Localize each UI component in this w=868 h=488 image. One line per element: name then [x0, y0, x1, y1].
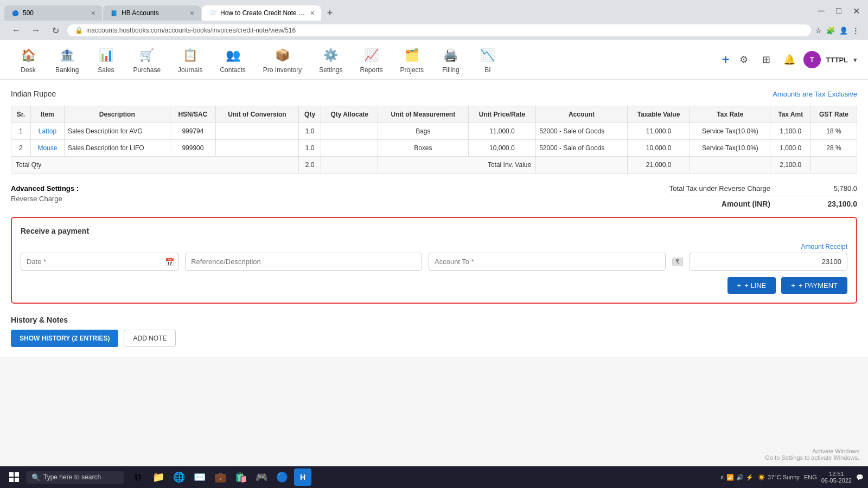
menu-icon[interactable]: ⋮: [852, 27, 859, 35]
nav-label-reports: Reports: [360, 66, 383, 74]
nav-item-pro-inventory[interactable]: 📦 Pro Inventory: [256, 43, 309, 76]
back-button[interactable]: ←: [9, 23, 24, 38]
col-unit-measurement: Unit of Measurement: [378, 106, 469, 123]
col-qty-allocate: Qty Allocate: [321, 106, 378, 123]
total-taxable-value: 21,000.0: [627, 157, 690, 174]
row2-hsn: 999900: [170, 140, 216, 157]
grid-button[interactable]: ⊞: [758, 51, 775, 68]
tab-title-3: How to Create Credit Note - Go...: [220, 9, 307, 17]
advanced-totals: Advanced Settings : Reverse Charge Total…: [11, 180, 857, 217]
bell-button[interactable]: 🔔: [781, 51, 798, 68]
row1-taxable-value: 11,000.0: [627, 123, 690, 140]
forward-button[interactable]: →: [28, 23, 43, 38]
row1-gst-rate: 18 %: [811, 123, 857, 140]
reports-icon: 📈: [362, 46, 381, 65]
col-taxable-value: Taxable Value: [627, 106, 690, 123]
company-dropdown-icon[interactable]: ▾: [853, 56, 857, 64]
amount-inr-value: 23,100.0: [814, 200, 857, 208]
main-content: Indian Rupee Amounts are Tax Exclusive S…: [0, 80, 868, 357]
settings-icon: ⚙️: [321, 46, 341, 65]
add-line-label: + LINE: [744, 281, 766, 290]
amount-field-wrapper: [690, 253, 847, 271]
history-notes: History & Notes SHOW HISTORY (2 ENTRIES)…: [11, 312, 857, 350]
minimize-button[interactable]: ─: [814, 3, 829, 18]
row1-unit-conversion: [216, 123, 298, 140]
total-inv-label: Total Inv. Value: [378, 157, 536, 174]
row2-unit-price: 10,000.0: [468, 140, 536, 157]
nav-item-reports[interactable]: 📈 Reports: [353, 43, 391, 76]
new-tab-button[interactable]: +: [322, 5, 337, 21]
account-field-wrapper: [429, 253, 666, 271]
nav-item-sales[interactable]: 📊 Sales: [88, 43, 123, 76]
company-name[interactable]: TTTPL: [826, 56, 848, 64]
reference-input[interactable]: [185, 253, 422, 271]
nav-label-contacts: Contacts: [220, 66, 245, 74]
row2-description: Sales Description for LIFO: [64, 140, 170, 157]
total-gst-empty: [811, 157, 857, 174]
row2-qty-allocate: [321, 140, 378, 157]
settings-gear-button[interactable]: ⚙: [735, 51, 752, 68]
account-input[interactable]: [429, 253, 666, 271]
row2-tax-amt: 1,000.0: [770, 140, 811, 157]
row1-unit-measurement: Bags: [378, 123, 469, 140]
extension-icon[interactable]: 🧩: [826, 27, 835, 35]
col-unit-conversion: Unit of Conversion: [216, 106, 298, 123]
show-history-button[interactable]: SHOW HISTORY (2 ENTRIES): [11, 330, 118, 347]
col-sr: Sr.: [11, 106, 31, 123]
row2-unit-conversion: [216, 140, 298, 157]
bookmark-icon[interactable]: ☆: [815, 27, 822, 35]
col-hsn: HSN/SAC: [170, 106, 216, 123]
total-empty-1: [321, 157, 378, 174]
row2-gst-rate: 28 %: [811, 140, 857, 157]
amount-inr-row: Amount (INR) 23,100.0: [669, 200, 857, 208]
tab-1[interactable]: 🔵 500 ×: [4, 5, 102, 21]
row2-item[interactable]: Mouse: [30, 140, 64, 157]
address-bar[interactable]: 🔒 inaccounts.hostbooks.com/accounts-book…: [67, 24, 811, 36]
amount-currency-icon: ₹: [675, 258, 680, 266]
profile-icon[interactable]: 👤: [839, 27, 848, 35]
maximize-button[interactable]: □: [831, 3, 846, 18]
date-input[interactable]: [21, 253, 178, 271]
nav-item-bi[interactable]: 📉 BI: [470, 43, 505, 76]
reload-button[interactable]: ↻: [48, 23, 63, 38]
nav-label-settings: Settings: [319, 66, 342, 74]
totals-right: Total Tax under Reverse Charge 5,780.0 A…: [669, 184, 857, 208]
nav-item-journals[interactable]: 📋 Journals: [170, 43, 210, 76]
nav-label-filling: Filling: [442, 66, 459, 74]
nav-item-contacts[interactable]: 👥 Contacts: [212, 43, 253, 76]
advanced-settings: Advanced Settings : Reverse Charge: [11, 184, 79, 208]
nav-item-filling[interactable]: 🖨️ Filling: [433, 43, 468, 76]
add-payment-button[interactable]: + + PAYMENT: [781, 277, 847, 294]
row2-account: 52000 - Sale of Goods: [536, 140, 627, 157]
tab-close-1[interactable]: ×: [91, 9, 95, 17]
amount-input[interactable]: [690, 253, 847, 271]
col-tax-rate: Tax Rate: [690, 106, 770, 123]
nav-item-projects[interactable]: 🗂️ Projects: [393, 43, 431, 76]
row1-item[interactable]: Lattop: [30, 123, 64, 140]
nav-item-purchase[interactable]: 🛒 Purchase: [125, 43, 168, 76]
tab-close-3[interactable]: ×: [310, 9, 315, 17]
nav-item-banking[interactable]: 🏦 Banking: [48, 43, 86, 76]
bi-icon: 📉: [478, 46, 497, 65]
table-row: 2 Mouse Sales Description for LIFO 99990…: [11, 140, 857, 157]
row2-tax-rate: Service Tax(10.0%): [690, 140, 770, 157]
url-text: inaccounts.hostbooks.com/accounts-books/…: [86, 27, 296, 34]
history-title: History & Notes: [11, 316, 857, 324]
col-unit-price: Unit Price/Rate: [468, 106, 536, 123]
tab-2[interactable]: 📘 HB Accounts ×: [103, 5, 201, 21]
tab-3[interactable]: 📄 How to Create Credit Note - Go... ×: [202, 5, 321, 21]
nav-item-desk[interactable]: 🏠 Desk: [11, 43, 46, 76]
row2-unit-measurement: Boxes: [378, 140, 469, 157]
receive-payment-title: Receive a payment: [21, 227, 847, 235]
user-avatar[interactable]: T: [803, 51, 821, 68]
add-button[interactable]: +: [722, 52, 730, 67]
close-button[interactable]: ✕: [848, 3, 864, 18]
add-line-button[interactable]: + + LINE: [727, 277, 776, 294]
row2-sr: 2: [11, 140, 31, 157]
add-note-button[interactable]: ADD NOTE: [124, 330, 176, 347]
nav-label-bi: BI: [484, 66, 490, 74]
tab-close-2[interactable]: ×: [190, 9, 194, 17]
nav-item-settings[interactable]: ⚙️ Settings: [311, 43, 350, 76]
calendar-icon: 📅: [165, 258, 174, 266]
date-field-wrapper: 📅: [21, 253, 178, 271]
